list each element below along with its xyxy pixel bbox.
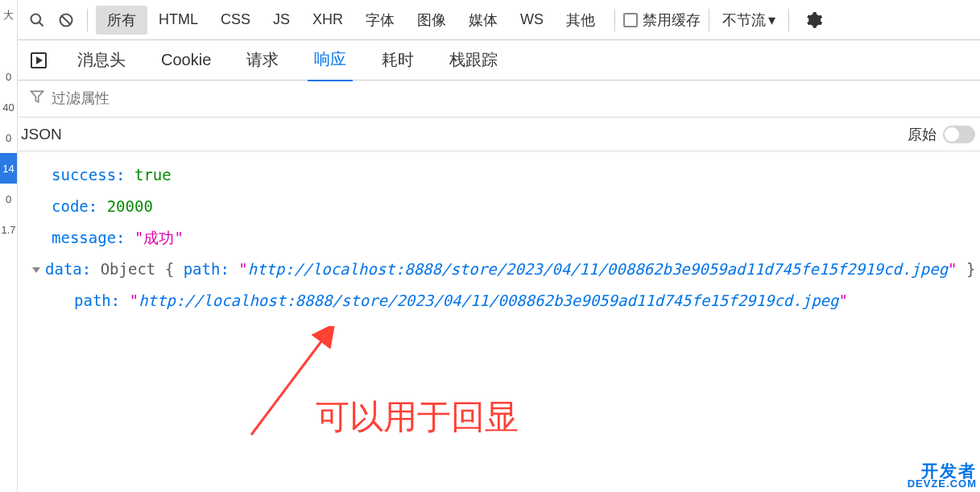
json-label: JSON: [21, 126, 908, 143]
separator: [709, 9, 709, 31]
left-gutter: 大 0 40 0 14 0 1.7: [0, 0, 18, 492]
filter-font[interactable]: 字体: [354, 6, 406, 35]
annotation-text: 可以用于回显: [316, 395, 519, 440]
svg-line-1: [39, 22, 43, 26]
separator: [614, 9, 615, 31]
json-row-success[interactable]: success: true: [18, 159, 980, 191]
disable-cache-label: 禁用缓存: [643, 10, 701, 30]
gutter-cell-selected[interactable]: 14: [0, 153, 17, 184]
tab-response[interactable]: 响应: [308, 39, 353, 81]
raw-label: 原始: [908, 125, 937, 144]
svg-line-3: [61, 15, 71, 25]
gear-icon[interactable]: [802, 8, 826, 32]
tab-timing[interactable]: 耗时: [375, 39, 420, 81]
tab-stack[interactable]: 栈跟踪: [443, 39, 504, 81]
network-toolbar: 所有 HTML CSS JS XHR 字体 图像 媒体 WS 其他 禁用缓存 不…: [18, 0, 980, 40]
watermark: 开发者 DEVZE.COM: [908, 464, 977, 489]
gutter-cell: 0: [0, 184, 17, 214]
filter-group: 所有 HTML CSS JS XHR 字体 图像 媒体 WS 其他: [96, 6, 606, 35]
search-icon[interactable]: [24, 7, 50, 33]
json-val-number: 20000: [107, 197, 153, 215]
chevron-down-icon: ▾: [768, 11, 775, 29]
json-val-url: http://localhost:8888/store/2023/04/11/0…: [248, 260, 948, 278]
main-panel: 所有 HTML CSS JS XHR 字体 图像 媒体 WS 其他 禁用缓存 不…: [18, 0, 980, 492]
json-val-url: http://localhost:8888/store/2023/04/11/0…: [139, 291, 838, 309]
filter-row: [18, 81, 980, 118]
filter-html[interactable]: HTML: [147, 6, 209, 33]
svg-line-8: [251, 338, 324, 435]
separator: [87, 9, 88, 31]
json-val-bool: true: [134, 166, 172, 184]
gutter-cell: 1.7: [0, 214, 17, 245]
json-key: path: [184, 260, 221, 278]
block-icon[interactable]: [53, 7, 79, 33]
svg-point-0: [31, 14, 41, 23]
svg-marker-5: [36, 56, 43, 64]
json-key: message: [52, 229, 116, 246]
collapse-arrow-icon[interactable]: [32, 267, 40, 273]
json-object-label: Object {: [101, 260, 184, 278]
filter-xhr[interactable]: XHR: [301, 6, 354, 33]
tab-headers[interactable]: 消息头: [71, 39, 132, 81]
tab-request[interactable]: 请求: [240, 39, 285, 81]
throttle-label: 不节流: [722, 10, 766, 30]
filter-js[interactable]: JS: [262, 6, 301, 33]
gutter-cell: 0: [0, 122, 17, 153]
filter-media[interactable]: 媒体: [457, 6, 509, 35]
json-object-close: }: [957, 260, 976, 278]
separator: [788, 9, 789, 31]
json-tree: success: true code: 20000 message: "成功" …: [18, 151, 980, 316]
json-key: data: [45, 260, 82, 278]
checkbox-icon[interactable]: [623, 13, 638, 27]
svg-marker-6: [31, 91, 43, 101]
json-row-code[interactable]: code: 20000: [18, 191, 980, 222]
filter-other[interactable]: 其他: [555, 6, 606, 35]
funnel-icon[interactable]: [29, 89, 45, 109]
filter-attributes-input[interactable]: [52, 90, 293, 107]
filter-ws[interactable]: WS: [509, 6, 555, 33]
raw-toggle[interactable]: 原始: [908, 125, 975, 144]
json-key: success: [52, 166, 116, 184]
gutter-cell: [0, 31, 17, 61]
json-key: path: [74, 291, 111, 309]
filter-image[interactable]: 图像: [406, 6, 457, 35]
json-key: code: [52, 197, 89, 215]
play-icon[interactable]: [29, 51, 48, 70]
json-row-message[interactable]: message: "成功": [18, 222, 980, 254]
tab-cookie[interactable]: Cookie: [155, 41, 217, 79]
json-row-data[interactable]: data: Object { path: "http://localhost:8…: [18, 254, 980, 285]
filter-all[interactable]: 所有: [96, 6, 147, 35]
json-val-string: 成功: [143, 229, 174, 246]
filter-css[interactable]: CSS: [209, 6, 262, 33]
watermark-line2: DEVZE.COM: [908, 479, 977, 489]
gutter-cell: 0: [0, 61, 17, 92]
disable-cache[interactable]: 禁用缓存: [623, 10, 701, 30]
gutter-cell: 大: [0, 0, 17, 31]
response-tabs: 消息头 Cookie 请求 响应 耗时 栈跟踪: [18, 40, 980, 81]
json-header: JSON 原始: [18, 118, 980, 151]
throttle-select[interactable]: 不节流 ▾: [717, 10, 780, 30]
json-row-path[interactable]: path: "http://localhost:8888/store/2023/…: [18, 285, 980, 316]
gutter-cell: 40: [0, 92, 17, 122]
toggle-switch[interactable]: [943, 126, 975, 143]
